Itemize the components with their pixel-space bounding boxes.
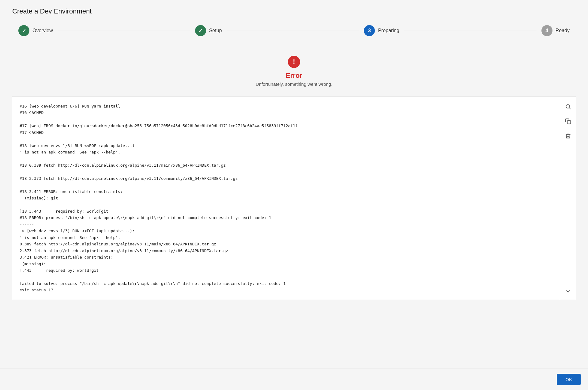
step-checkmark-overview: ✓ (22, 28, 26, 34)
step-label-ready: Ready (556, 28, 570, 33)
svg-line-1 (569, 108, 571, 109)
copy-icon (565, 118, 571, 124)
step-label-overview: Overview (32, 28, 53, 33)
svg-point-0 (566, 104, 570, 108)
delete-button[interactable] (563, 131, 573, 141)
ok-button[interactable]: OK (557, 374, 581, 385)
step-circle-overview: ✓ (18, 25, 29, 36)
svg-rect-2 (567, 121, 571, 124)
scroll-down-button[interactable] (565, 288, 571, 296)
step-label-setup: Setup (209, 28, 222, 33)
stepper: ✓ Overview ✓ Setup 3 Preparing 4 Read (12, 25, 576, 36)
step-overview: ✓ Overview (18, 25, 53, 36)
error-icon-symbol: ! (293, 58, 295, 66)
connector-1 (58, 31, 190, 31)
error-title: Error (286, 72, 302, 80)
log-sidebar (560, 97, 576, 300)
log-container: #16 [web development 6/6] RUN yarn insta… (12, 97, 576, 300)
step-circle-ready: 4 (541, 25, 552, 36)
connector-3 (404, 31, 537, 31)
trash-icon (565, 133, 571, 139)
error-subtitle: Unfortunately, something went wrong. (256, 81, 333, 87)
step-setup: ✓ Setup (195, 25, 222, 36)
connector-2 (227, 31, 359, 31)
step-circle-preparing: 3 (364, 25, 375, 36)
bottom-bar: OK (0, 369, 588, 390)
log-content[interactable]: #16 [web development 6/6] RUN yarn insta… (12, 97, 560, 300)
copy-button[interactable] (563, 116, 573, 126)
error-section: ! Error Unfortunately, something went wr… (12, 48, 576, 97)
step-circle-setup: ✓ (195, 25, 206, 36)
page-container: Create a Dev Environment ✓ Overview ✓ Se… (0, 0, 588, 390)
page-title: Create a Dev Environment (12, 7, 576, 15)
chevron-down-icon (565, 288, 571, 295)
step-ready: 4 Ready (541, 25, 570, 36)
step-preparing: 3 Preparing (364, 25, 399, 36)
search-icon (565, 104, 571, 110)
step-checkmark-setup: ✓ (198, 28, 202, 34)
step-number-ready: 4 (545, 28, 548, 33)
error-icon: ! (288, 56, 300, 68)
search-button[interactable] (563, 102, 573, 112)
step-number-preparing: 3 (368, 28, 371, 33)
step-label-preparing: Preparing (378, 28, 399, 33)
log-text: #16 [web development 6/6] RUN yarn insta… (20, 103, 552, 293)
